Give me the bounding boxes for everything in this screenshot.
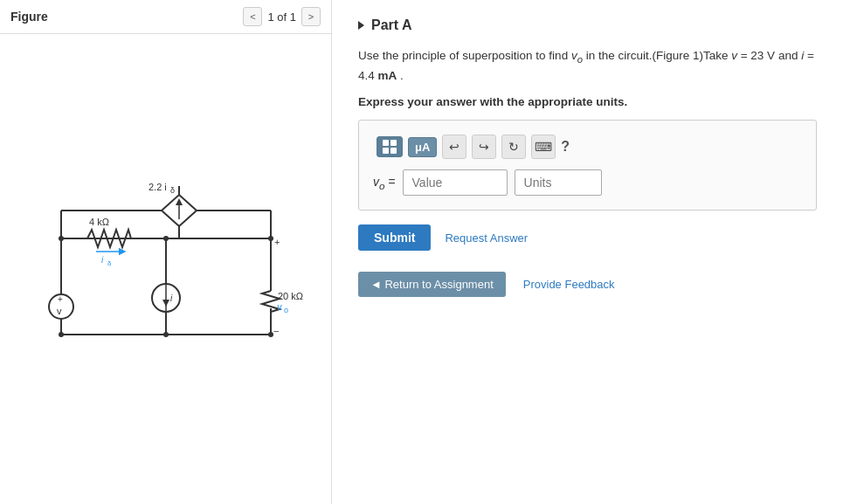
svg-point-34 <box>163 236 169 241</box>
prev-button[interactable]: < <box>243 7 262 26</box>
undo-button[interactable]: ↩ <box>442 135 466 159</box>
next-button[interactable]: > <box>301 7 321 26</box>
svg-text:δ: δ <box>107 259 112 267</box>
answer-box: μΑ ↩ ↪ ↻ ⌨ ? vo = <box>358 120 817 211</box>
var-vo: vo <box>571 49 583 62</box>
circuit-diagram: + v 4 kΩ i δ i 20 kΩ v o <box>26 169 306 369</box>
express-answer-text: Express your answer with the appropriate… <box>358 95 627 108</box>
circuit-area: + v 4 kΩ i δ i 20 kΩ v o <box>0 34 331 504</box>
right-panel: Part A Use the principle of superpositio… <box>332 0 843 504</box>
figure-title: Figure <box>10 10 234 24</box>
grid-cell-3 <box>383 148 389 154</box>
svg-text:v: v <box>277 301 283 312</box>
svg-text:+: + <box>274 237 280 247</box>
svg-text:o: o <box>284 306 288 314</box>
vo-label: vo = <box>373 175 396 191</box>
page-info: 1 of 1 <box>267 10 296 24</box>
svg-text:−: − <box>273 326 279 336</box>
svg-text:v: v <box>57 306 62 316</box>
return-button[interactable]: ◄ Return to Assignment <box>358 272 506 297</box>
svg-point-36 <box>268 236 273 241</box>
redo-button[interactable]: ↪ <box>472 135 496 159</box>
part-header: Part A <box>358 17 817 33</box>
grid-cell-1 <box>383 140 389 146</box>
svg-text:i: i <box>101 255 104 265</box>
question-text: Use the principle of superposition to fi… <box>358 47 817 85</box>
toolbar: μΑ ↩ ↪ ↻ ⌨ ? <box>373 135 802 159</box>
collapse-icon[interactable] <box>358 21 364 30</box>
question-bold-text: Express your answer with the appropriate… <box>358 93 817 111</box>
svg-text:4 kΩ: 4 kΩ <box>89 217 109 227</box>
part-title: Part A <box>371 17 412 33</box>
help-button[interactable]: ? <box>561 139 570 155</box>
refresh-button[interactable]: ↻ <box>501 135 526 159</box>
grid-cell-2 <box>390 140 397 146</box>
keyboard-button[interactable]: ⌨ <box>531 135 556 159</box>
submit-button[interactable]: Submit <box>358 224 431 251</box>
request-answer-link[interactable]: Request Answer <box>445 231 528 245</box>
value-input[interactable] <box>403 169 508 196</box>
nav-controls: < 1 of 1 > <box>243 7 321 26</box>
action-row: Submit Request Answer <box>358 224 817 251</box>
svg-point-38 <box>59 332 64 337</box>
units-input[interactable] <box>515 169 602 196</box>
left-panel: Figure < 1 of 1 > + v <box>0 0 332 504</box>
grid-icon <box>383 140 397 154</box>
svg-text:2.2 i: 2.2 i <box>149 182 167 192</box>
svg-point-39 <box>163 332 169 337</box>
svg-text:δ: δ <box>170 186 175 195</box>
svg-text:+: + <box>58 294 63 304</box>
grid-button[interactable] <box>377 136 403 157</box>
figure-header: Figure < 1 of 1 > <box>0 0 331 34</box>
provide-feedback-link[interactable]: Provide Feedback <box>523 278 615 291</box>
grid-cell-4 <box>390 148 397 154</box>
svg-point-35 <box>59 236 64 241</box>
mu-button[interactable]: μΑ <box>408 137 437 157</box>
svg-text:20 kΩ: 20 kΩ <box>278 291 303 301</box>
bottom-row: ◄ Return to Assignment Provide Feedback <box>358 272 817 297</box>
input-row: vo = <box>373 169 802 196</box>
